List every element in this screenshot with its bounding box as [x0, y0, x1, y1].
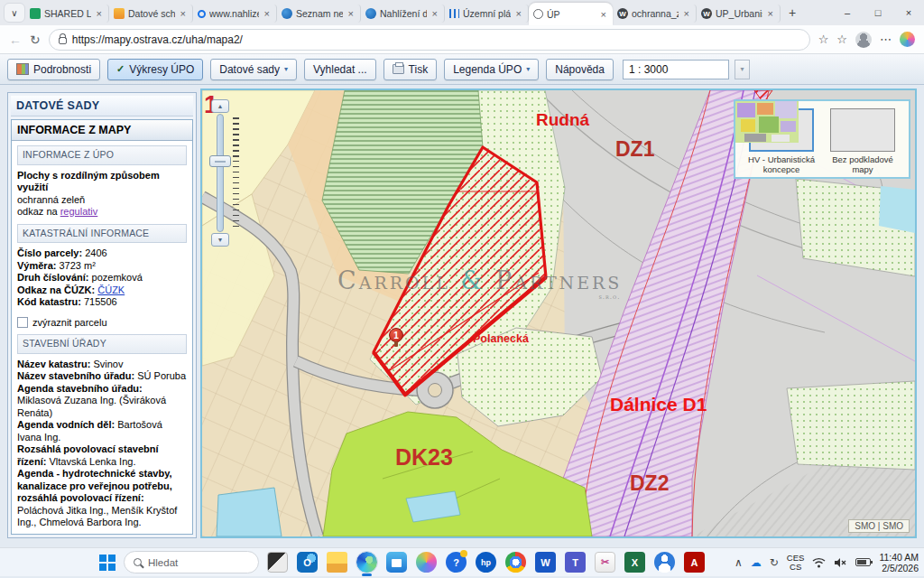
taskbar-app-icon[interactable]	[327, 552, 347, 573]
tab-close-icon[interactable]: ×	[682, 8, 691, 19]
datove-sady-dropdown[interactable]: Datové sady ▾	[210, 59, 297, 80]
taskbar-app-icon[interactable]: A	[684, 552, 705, 573]
bookmark-star-icon[interactable]: ☆	[818, 33, 829, 46]
sidebar-title: DATOVÉ SADY	[11, 96, 193, 117]
napoveda-button[interactable]: Nápověda	[546, 59, 614, 80]
tab-close-icon[interactable]: ×	[179, 8, 188, 19]
taskbar-app-icon[interactable]: hp	[476, 552, 496, 573]
tab-label: Nahlížení do	[380, 8, 427, 19]
taskbar-app-icon[interactable]	[386, 552, 407, 573]
cadastre-field: Kód katastru: 715506	[17, 296, 187, 309]
tab-close-icon[interactable]: ×	[95, 8, 104, 19]
upo-usage-type: Plochy s rozdílným způsobem využití	[17, 170, 187, 194]
tab-search-chevron-icon[interactable]: ∨	[4, 3, 25, 23]
taskbar-app-icon[interactable]: ✂	[595, 552, 615, 573]
building-office-field: Agenda vodních děl: Bartošová Ivana Ing.	[17, 419, 187, 443]
url-field[interactable]: https://mapy.ostrava.cz/uha/mapa2/	[49, 29, 810, 51]
map-marker-1[interactable]: 1	[389, 328, 403, 342]
browser-tab[interactable]: Datové schrán ×	[109, 5, 193, 23]
back-icon[interactable]: ←	[9, 33, 22, 47]
taskbar-app-icon[interactable]: O	[297, 552, 318, 573]
browser-tab[interactable]: ÚP ×	[529, 3, 613, 25]
taskbar-app-icon[interactable]	[416, 552, 437, 573]
window-close-button[interactable]: ×	[893, 0, 924, 25]
vykresy-upo-button[interactable]: ✓ Výkresy ÚPO	[107, 59, 203, 80]
sync-icon[interactable]: ↻	[770, 556, 779, 569]
onedrive-icon[interactable]: ☁	[751, 556, 762, 569]
refresh-icon[interactable]: ↻	[30, 33, 41, 47]
scale-input[interactable]: 1 : 3000	[623, 60, 729, 79]
tray-chevron-icon[interactable]: ∧	[735, 556, 743, 569]
zoom-out-button[interactable]: ▼	[211, 233, 229, 247]
taskbar-app-icon[interactable]	[505, 552, 526, 573]
vyhledat-button[interactable]: Vyhledat ...	[304, 59, 376, 80]
regulativ-link[interactable]: regulativ	[60, 206, 98, 217]
taskbar-app-icon[interactable]: T	[565, 552, 586, 573]
profile-avatar[interactable]	[855, 32, 872, 48]
tab-close-icon[interactable]: ×	[346, 8, 356, 19]
zoom-in-button[interactable]: ▲	[211, 99, 229, 113]
tab-label: www.nahlizen	[209, 8, 259, 19]
browser-tab[interactable]: Seznam nemo ×	[277, 5, 361, 23]
favorites-add-icon[interactable]: ☆	[836, 33, 847, 46]
tab-label: Seznam nemo	[296, 8, 343, 19]
map-canvas[interactable]: 1 Rudná DZ1 Polanecká Dálnice D1 DK23 DZ…	[200, 89, 917, 538]
tab-label: Datové schrán	[128, 8, 175, 19]
browser-tab[interactable]: Nahlížení do ×	[361, 5, 445, 23]
taskbar-app-icon[interactable]: W	[535, 552, 556, 573]
tab-close-icon[interactable]: ×	[430, 8, 439, 19]
podrobnosti-button[interactable]: Podrobnosti	[7, 59, 100, 80]
volume-muted-icon[interactable]	[834, 557, 847, 568]
copilot-icon[interactable]	[900, 32, 915, 47]
label-dk23: DK23	[395, 444, 453, 471]
datove-sady-panel: DATOVÉ SADY INFORMACE Z MAPY INFORMACE Z…	[7, 92, 197, 538]
zoom-slider-track[interactable]	[217, 114, 224, 232]
basemap-option[interactable]: Bez podkladové mapy	[823, 108, 902, 177]
tab-close-icon[interactable]: ×	[599, 9, 608, 20]
zoom-slider-handle[interactable]	[209, 155, 231, 167]
start-button[interactable]	[99, 555, 116, 571]
browser-tab-strip: ∨ SHARED LIST × Datové schrán × www.nahl…	[0, 0, 924, 25]
tisk-button[interactable]: Tisk	[383, 59, 438, 80]
taskbar-app-icon[interactable]	[356, 552, 377, 573]
browser-tab[interactable]: Územní plán ×	[445, 5, 529, 23]
tab-close-icon[interactable]: ×	[514, 8, 523, 19]
tab-label: UP_Urbanism	[716, 8, 762, 19]
highlight-parcel-checkbox[interactable]	[17, 317, 28, 328]
zoom-slider-ticks	[233, 117, 239, 228]
map-toolbar: Podrobnosti ✓ Výkresy ÚPO Datové sady ▾ …	[0, 54, 924, 85]
window-minimize-button[interactable]: –	[832, 0, 863, 25]
upo-regulativ-row: odkaz na regulativ	[17, 206, 187, 219]
battery-icon[interactable]	[855, 558, 871, 566]
label-dz2: DZ2	[630, 471, 669, 496]
tab-close-icon[interactable]: ×	[263, 8, 272, 19]
basemap-thumbnail[interactable]	[830, 108, 895, 152]
taskbar-app-icon[interactable]: ?	[446, 552, 467, 573]
cadastre-field: Číslo parcely: 2406	[17, 247, 187, 260]
browser-menu-icon[interactable]: ⋯	[880, 33, 892, 46]
label-dz1: DZ1	[615, 137, 654, 162]
taskbar-app-icon[interactable]	[267, 552, 288, 573]
taskbar-app-icon[interactable]	[654, 552, 675, 573]
taskbar-search[interactable]: Hledat	[124, 551, 259, 573]
browser-tab[interactable]: W ochranna_zele ×	[613, 5, 697, 23]
new-tab-button[interactable]: +	[781, 3, 804, 23]
label-polanecka: Polanecká	[473, 332, 529, 345]
tab-close-icon[interactable]: ×	[766, 8, 775, 19]
browser-tab[interactable]: www.nahlizen ×	[193, 5, 277, 23]
lock-icon	[59, 37, 67, 44]
language-indicator[interactable]: CESCS	[787, 554, 805, 572]
clock[interactable]: 11:40 AM2/5/2026	[879, 552, 919, 573]
zone-water-right	[879, 186, 915, 233]
basemap-label: HV - Urbanistická koncepce	[742, 154, 821, 174]
tab-favicon: W	[701, 8, 712, 19]
panel-title: INFORMACE Z MAPY	[12, 120, 192, 141]
taskbar-app-icon[interactable]: X	[624, 552, 645, 573]
window-maximize-button[interactable]: □	[863, 0, 893, 25]
zone-water	[217, 488, 282, 536]
wifi-icon[interactable]	[812, 557, 826, 568]
legenda-upo-dropdown[interactable]: Legenda ÚPO ▾	[444, 59, 539, 80]
browser-tab[interactable]: W UP_Urbanism ×	[697, 5, 781, 23]
browser-tab[interactable]: SHARED LIST ×	[25, 5, 109, 23]
scale-dropdown-arrow[interactable]: ▾	[735, 60, 750, 79]
